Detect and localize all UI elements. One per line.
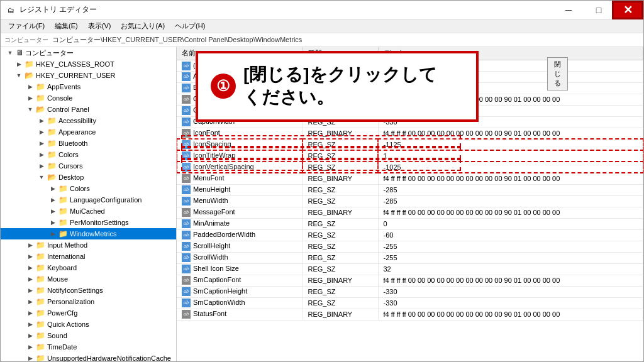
tree-item-computer[interactable]: ▼ 🖥 コンピューター (1, 47, 176, 58)
col-header-type[interactable]: 種類 (303, 47, 378, 60)
tree-item-mouse[interactable]: ▶ 📁 Mouse (1, 273, 176, 285)
table-row[interactable]: abScrollHeight REG_SZ -255 (177, 241, 643, 252)
table-row[interactable]: abApplied REG_DWORD 0x00000001 (1) (177, 71, 643, 82)
close-button-title[interactable]: ✕ (614, 1, 643, 19)
tree-item-desktop-colors[interactable]: ▶ 📁 Colors (1, 183, 176, 194)
tree-toggle-sound[interactable]: ▶ (26, 331, 35, 340)
minimize-button[interactable]: ─ (554, 1, 583, 19)
tree-toggle-mouse[interactable]: ▶ (26, 275, 35, 283)
tree-toggle-unsupported[interactable]: ▶ (26, 354, 35, 361)
menu-help[interactable]: ヘルプ(H) (170, 20, 210, 32)
table-row[interactable]: abIconSpacing REG_SZ -1125 (177, 139, 643, 150)
tree-item-bluetooth[interactable]: ▶ 📁 Bluetooth (1, 138, 176, 149)
tree-item-unsupported[interactable]: ▶ 📁 UnsupportedHardwareNotificationCache (1, 353, 176, 361)
tree-item-appearance[interactable]: ▶ 📁 Appearance (1, 126, 176, 138)
tree-toggle-desktop-colors[interactable]: ▶ (48, 184, 57, 193)
tree-item-quickactions[interactable]: ▶ 📁 Quick Actions (1, 319, 176, 330)
tree-toggle-controlpanel[interactable]: ▼ (26, 105, 35, 114)
tree-toggle-permonitor[interactable]: ▶ (48, 218, 57, 227)
col-header-data[interactable]: データ (378, 47, 643, 60)
maximize-button[interactable]: □ (584, 1, 613, 19)
table-row[interactable]: abSmCaptionFont REG_BINARY f4 ff ff ff 0… (177, 275, 643, 286)
table-row[interactable]: abIconVerticalSpacing REG_SZ -1025 (177, 162, 643, 173)
tree-item-muicached[interactable]: ▶ 📁 MuiCached (1, 206, 176, 217)
value-type: REG_SZ (303, 184, 378, 195)
tree-item-hkcr[interactable]: ▶ 📁 HKEY_CLASSES_ROOT (1, 58, 176, 70)
tree-item-colors[interactable]: ▶ 📁 Colors (1, 149, 176, 160)
table-row[interactable]: abPaddedBorderWidth REG_SZ -60 (177, 229, 643, 241)
tree-toggle-desktop[interactable]: ▼ (37, 173, 46, 182)
tree-item-console[interactable]: ▶ 📁 Console (1, 92, 176, 104)
tree-item-notifyicon[interactable]: ▶ 📁 NotifyIconSettings (1, 285, 176, 296)
table-row[interactable]: abStatusFont REG_BINARY f4 ff ff ff 00 0… (177, 309, 643, 320)
tree-toggle-cursors[interactable]: ▶ (37, 162, 46, 170)
folder-icon-appevents: 📁 (36, 82, 45, 91)
tree-toggle-appearance[interactable]: ▶ (37, 128, 46, 136)
folder-icon-timedate: 📁 (36, 343, 45, 351)
tree-toggle-powercfg[interactable]: ▶ (26, 309, 35, 317)
value-name: abMenuHeight (177, 184, 303, 195)
tree-item-keyboard[interactable]: ▶ 📁 Keyboard (1, 262, 176, 273)
tree-item-windowmetrics[interactable]: ▶ 📁 WindowMetrics (1, 228, 176, 239)
tree-item-appevents[interactable]: ▶ 📁 AppEvents (1, 81, 176, 92)
table-row[interactable]: abCaptionHeight REG_SZ -330 (177, 105, 643, 116)
tree-item-cursors[interactable]: ▶ 📁 Cursors (1, 160, 176, 172)
tree-toggle-console[interactable]: ▶ (26, 94, 35, 102)
tree-toggle-timedate[interactable]: ▶ (26, 343, 35, 351)
tree-toggle-keyboard[interactable]: ▶ (26, 263, 35, 272)
tree-toggle-accessibility[interactable]: ▶ (37, 116, 46, 125)
tree-toggle-muicached[interactable]: ▶ (48, 207, 57, 216)
menu-favorites[interactable]: お気に入り(A) (116, 20, 170, 32)
table-row[interactable]: abSmCaptionHeight REG_SZ -330 (177, 286, 643, 297)
table-row[interactable]: abIconTitleWrap REG_SZ 1 (177, 150, 643, 162)
values-panel[interactable]: 名前 種類 データ ab(既定) REG_SZ abApplied REG_DW… (177, 47, 643, 361)
tree-item-hkcu[interactable]: ▼ 📂 HKEY_CURRENT_USER (1, 70, 176, 81)
value-data: 0 (378, 218, 643, 229)
menu-view[interactable]: 表示(V) (83, 20, 116, 32)
tree-item-desktop[interactable]: ▼ 📂 Desktop (1, 172, 176, 183)
menu-edit[interactable]: 編集(E) (50, 20, 83, 32)
table-row[interactable]: abShell Icon Size REG_SZ 32 (177, 263, 643, 275)
tree-toggle-hkcr[interactable]: ▶ (14, 60, 23, 69)
tree-toggle-international[interactable]: ▶ (26, 252, 35, 261)
tojiru-button[interactable]: 閉じる (547, 57, 568, 90)
tree-item-powercfg[interactable]: ▶ 📁 PowerCfg (1, 307, 176, 319)
tree-item-permonitor[interactable]: ▶ 📁 PerMonitorSettings (1, 217, 176, 228)
tree-item-sound[interactable]: ▶ 📁 Sound (1, 330, 176, 341)
tree-item-inputmethod[interactable]: ▶ 📁 Input Method (1, 239, 176, 251)
tree-toggle-colors[interactable]: ▶ (37, 150, 46, 159)
tree-toggle-langconfig[interactable]: ▶ (48, 195, 57, 204)
tree-item-controlpanel[interactable]: ▼ 📂 Control Panel (1, 104, 176, 115)
tree-item-accessibility[interactable]: ▶ 📁 Accessibility (1, 115, 176, 126)
tree-item-personalization[interactable]: ▶ 📁 Personalization (1, 296, 176, 307)
tree-item-international[interactable]: ▶ 📁 International (1, 251, 176, 262)
table-row[interactable]: ab(既定) REG_SZ (177, 60, 643, 71)
table-row[interactable]: abSmCaptionWidth REG_SZ -330 (177, 297, 643, 309)
tree-toggle-appevents[interactable]: ▶ (26, 82, 35, 91)
menu-file[interactable]: ファイル(F) (3, 20, 50, 32)
table-row[interactable]: abMenuFont REG_BINARY f4 ff ff ff 00 00 … (177, 173, 643, 184)
table-row[interactable]: abMenuHeight REG_SZ -285 (177, 184, 643, 195)
table-row[interactable]: abMinAnimate REG_SZ 0 (177, 218, 643, 229)
table-row[interactable]: abScrollWidth REG_SZ -255 (177, 252, 643, 263)
tree-toggle-inputmethod[interactable]: ▶ (26, 241, 35, 250)
tree-toggle-personalization[interactable]: ▶ (26, 297, 35, 306)
table-row[interactable]: abCaptionFont REG_BINARY f4 ff ff ff 00 … (177, 94, 643, 105)
tree-item-timedate[interactable]: ▶ 📁 TimeDate (1, 341, 176, 353)
table-row[interactable]: abMessageFont REG_BINARY f4 ff ff ff 00 … (177, 207, 643, 218)
tree-toggle-bluetooth[interactable]: ▶ (37, 139, 46, 148)
table-row[interactable]: abCaptionWidth REG_SZ -330 (177, 116, 643, 128)
tree-toggle-notifyicon[interactable]: ▶ (26, 286, 35, 295)
tree-panel[interactable]: ▼ 🖥 コンピューター ▶ 📁 HKEY_CLASSES_ROOT ▼ 📂 HK… (1, 47, 177, 361)
tree-toggle-quickactions[interactable]: ▶ (26, 320, 35, 329)
tree-item-langconfig[interactable]: ▶ 📁 LanguageConfiguration (1, 194, 176, 206)
col-header-name[interactable]: 名前 (177, 47, 303, 60)
table-row[interactable]: abIconFont REG_BINARY f4 ff ff ff 00 00 … (177, 128, 643, 139)
folder-icon-hkcr: 📁 (25, 60, 34, 69)
tree-toggle-hkcu[interactable]: ▼ (14, 71, 23, 80)
folder-icon-windowmetrics: 📁 (58, 229, 68, 238)
table-row[interactable]: abMenuWidth REG_SZ -285 (177, 195, 643, 207)
table-row[interactable]: abBorderWidth REG_SZ -15 (177, 82, 643, 94)
tree-toggle-computer[interactable]: ▼ (6, 48, 14, 57)
tree-toggle-windowmetrics[interactable]: ▶ (48, 229, 57, 238)
